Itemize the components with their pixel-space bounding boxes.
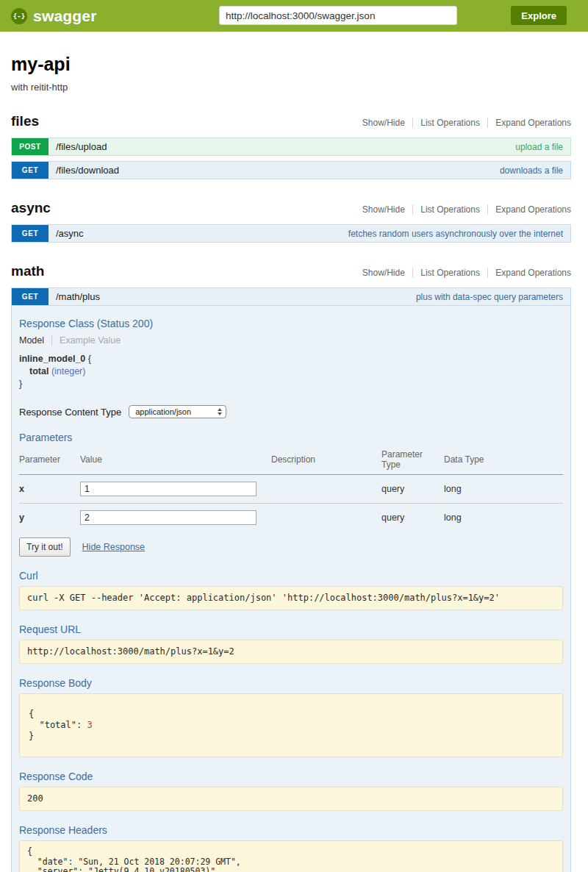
- curl-command: curl -X GET --header 'Accept: applicatio…: [19, 586, 563, 610]
- operation-detail-panel: Response Class (Status 200) Model Exampl…: [11, 306, 571, 872]
- expand-operations-link[interactable]: Expand Operations: [487, 268, 571, 278]
- response-code-value: 200: [19, 787, 563, 811]
- select-arrows-icon: [218, 408, 222, 415]
- method-badge-post: POST: [12, 138, 49, 155]
- param-x-input[interactable]: [80, 482, 257, 496]
- hide-response-link[interactable]: Hide Response: [82, 542, 145, 552]
- param-data-type: long: [444, 475, 563, 504]
- response-class-heading: Response Class (Status 200): [19, 318, 563, 329]
- param-name: y: [19, 504, 80, 532]
- swagger-logo-icon: {-}: [11, 8, 27, 24]
- model-name: inline_model_0: [19, 354, 85, 364]
- endpoint-path[interactable]: /files/download: [49, 162, 119, 179]
- section-files: files Show/Hide List Operations Expand O…: [11, 113, 571, 179]
- section-math: math Show/Hide List Operations Expand Op…: [11, 263, 571, 872]
- json-text: { "total":: [29, 709, 87, 730]
- response-content-type-label: Response Content Type: [19, 407, 121, 418]
- header-bar: {-} swagger Explore: [0, 0, 588, 32]
- response-headers-heading: Response Headers: [19, 824, 563, 836]
- model-tabs: Model Example Value: [19, 335, 563, 346]
- list-operations-link[interactable]: List Operations: [412, 118, 480, 128]
- section-controls: Show/Hide List Operations Expand Operati…: [362, 118, 571, 128]
- model-signature: inline_model_0 { total (integer) }: [19, 353, 563, 390]
- expand-operations-link[interactable]: Expand Operations: [487, 204, 571, 215]
- section-async-title: async: [11, 200, 51, 216]
- endpoint-summary[interactable]: fetches random users asynchronously over…: [348, 225, 570, 242]
- col-value: Value: [80, 448, 271, 475]
- method-badge-get: GET: [12, 162, 49, 179]
- selected-content-type: application/json: [135, 407, 191, 416]
- response-body-value: { "total": 3 }: [19, 693, 563, 757]
- endpoint-path[interactable]: /files/upload: [49, 138, 107, 155]
- json-text: }: [29, 731, 34, 741]
- show-hide-link[interactable]: Show/Hide: [362, 204, 405, 215]
- endpoint-row-get-async[interactable]: GET /async fetches random users asynchro…: [11, 224, 571, 243]
- endpoint-row-post-files-upload[interactable]: POST /files/upload upload a file: [11, 137, 571, 156]
- expand-operations-link[interactable]: Expand Operations: [487, 118, 571, 128]
- section-controls: Show/Hide List Operations Expand Operati…: [362, 204, 571, 215]
- tab-example-value[interactable]: Example Value: [51, 335, 121, 346]
- endpoint-path[interactable]: /async: [49, 225, 84, 242]
- request-url-heading: Request URL: [19, 623, 563, 635]
- api-description: with reitit-http: [11, 82, 571, 93]
- response-headers-value: { "date": "Sun, 21 Oct 2018 20:07:29 GMT…: [19, 840, 563, 872]
- endpoint-summary[interactable]: downloads a file: [500, 162, 570, 179]
- tab-model[interactable]: Model: [19, 335, 44, 346]
- model-property-type: (integer): [51, 366, 86, 376]
- response-content-type-select[interactable]: application/json: [129, 405, 226, 418]
- list-operations-link[interactable]: List Operations: [412, 268, 480, 278]
- endpoint-row-get-files-download[interactable]: GET /files/download downloads a file: [11, 161, 571, 179]
- endpoint-summary[interactable]: plus with data-spec query parameters: [416, 288, 570, 305]
- api-title: my-api: [11, 54, 571, 75]
- model-property-name: total: [29, 366, 49, 376]
- param-row-x: x query long: [19, 475, 563, 504]
- swagger-logo[interactable]: {-} swagger: [11, 7, 97, 25]
- param-row-y: y query long: [19, 504, 563, 532]
- endpoint-row-get-math-plus[interactable]: GET /math/plus plus with data-spec query…: [11, 287, 571, 306]
- param-type: query: [381, 504, 444, 532]
- endpoint-path[interactable]: /math/plus: [49, 288, 100, 305]
- list-operations-link[interactable]: List Operations: [412, 204, 480, 215]
- method-badge-get: GET: [12, 225, 49, 242]
- param-name: x: [19, 475, 80, 504]
- json-number: 3: [87, 720, 92, 730]
- response-code-heading: Response Code: [19, 771, 563, 782]
- col-parameter-type: Parameter Type: [381, 448, 444, 475]
- curl-heading: Curl: [19, 570, 563, 582]
- section-async: async Show/Hide List Operations Expand O…: [11, 200, 571, 243]
- param-data-type: long: [444, 504, 563, 532]
- show-hide-link[interactable]: Show/Hide: [362, 268, 405, 278]
- col-description: Description: [271, 448, 381, 475]
- parameters-table: Parameter Value Description Parameter Ty…: [19, 448, 563, 532]
- response-body-heading: Response Body: [19, 677, 563, 689]
- api-url-input[interactable]: [219, 6, 457, 25]
- param-description: [271, 504, 381, 532]
- parameters-heading: Parameters: [19, 432, 563, 443]
- response-content-type-row: Response Content Type application/json: [19, 405, 563, 418]
- col-data-type: Data Type: [444, 448, 563, 475]
- request-url-value: http://localhost:3000/math/plus?x=1&y=2: [19, 640, 563, 664]
- col-parameter: Parameter: [19, 448, 80, 475]
- try-it-out-button[interactable]: Try it out!: [19, 537, 71, 557]
- section-math-title: math: [11, 263, 44, 279]
- param-y-input[interactable]: [80, 510, 257, 525]
- method-badge-get: GET: [12, 288, 49, 305]
- param-description: [271, 475, 381, 504]
- explore-button[interactable]: Explore: [511, 6, 567, 25]
- main-content: my-api with reitit-http files Show/Hide …: [11, 54, 571, 872]
- section-files-title: files: [11, 113, 39, 129]
- endpoint-summary[interactable]: upload a file: [515, 138, 570, 155]
- show-hide-link[interactable]: Show/Hide: [362, 118, 405, 128]
- param-type: query: [381, 475, 444, 504]
- section-controls: Show/Hide List Operations Expand Operati…: [362, 268, 571, 278]
- swagger-logo-text: swagger: [33, 7, 97, 25]
